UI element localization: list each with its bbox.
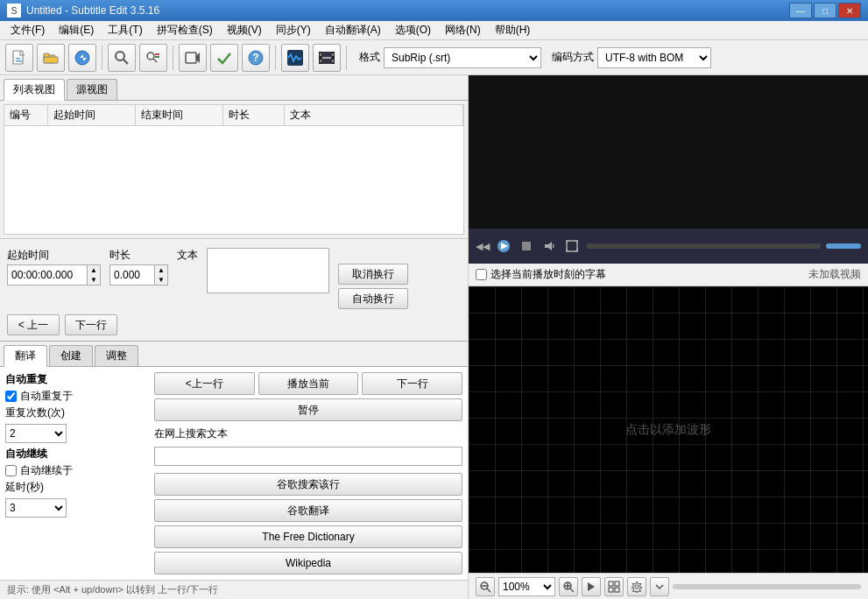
sep2 xyxy=(173,46,173,70)
svg-rect-2 xyxy=(16,60,22,62)
menubar-item-Y[interactable]: 同步(Y) xyxy=(269,21,318,39)
tab-translate[interactable]: 翻译 xyxy=(4,345,47,367)
encoding-select[interactable]: UTF-8 with BOM UTF-8 UTF-16 ANSI xyxy=(597,47,711,68)
start-time-input[interactable] xyxy=(8,265,87,285)
film-button[interactable] xyxy=(313,44,341,72)
prev-line-btn[interactable]: < 上一 xyxy=(7,314,60,335)
replace-button[interactable] xyxy=(139,44,167,72)
play-current-btn[interactable]: 播放当前 xyxy=(258,372,359,395)
encoding-label: 编码方式 xyxy=(552,50,594,65)
delay-select[interactable]: 3125 xyxy=(5,498,67,518)
download-button[interactable] xyxy=(68,44,96,72)
menubar-item-H[interactable]: 帮助(H) xyxy=(488,21,538,39)
open-button[interactable] xyxy=(37,44,65,72)
right-controls: <上一行 播放当前 下一行 暂停 在网上搜索文本 谷歌搜索该行 谷歌翻译 The… xyxy=(154,372,462,574)
next-line-btn[interactable]: 下一行 xyxy=(65,314,117,335)
auto-continue-checkbox[interactable] xyxy=(5,465,17,476)
repeat-count-dropdown: 2345 xyxy=(5,424,145,443)
duration-down[interactable]: ▼ xyxy=(155,275,167,285)
menubar-item-T[interactable]: 工具(T) xyxy=(101,21,149,39)
tab-create[interactable]: 创建 xyxy=(49,345,93,366)
video-top: ◀◀ xyxy=(469,75,868,264)
auto-newline-button[interactable]: 自动换行 xyxy=(338,288,408,309)
svg-line-35 xyxy=(570,588,574,592)
fullscreen-button[interactable] xyxy=(563,237,581,255)
check-button[interactable] xyxy=(210,44,238,72)
cancel-newline-button[interactable]: 取消换行 xyxy=(338,264,408,285)
duration-input[interactable] xyxy=(110,265,154,285)
main-area: 列表视图 源视图 编号 起始时间 结束时间 时长 文本 起始时间 xyxy=(0,75,868,599)
app-icon: S xyxy=(7,4,21,18)
help-button[interactable]: ? xyxy=(242,44,270,72)
no-video-label: 未加载视频 xyxy=(808,267,861,282)
waveform-button[interactable] xyxy=(281,44,309,72)
start-time-up[interactable]: ▲ xyxy=(88,265,100,275)
format-select[interactable]: SubRip (.srt) MicroDVD Advanced SubStati… xyxy=(384,47,541,68)
minimize-button[interactable]: — xyxy=(789,3,812,18)
svg-point-9 xyxy=(147,53,154,60)
menubar-item-O[interactable]: 选项(O) xyxy=(388,21,438,39)
auto-repeat-checkbox[interactable] xyxy=(5,391,17,402)
zoom-in-icon[interactable] xyxy=(559,577,578,596)
view-tabs: 列表视图 源视图 xyxy=(0,75,468,101)
svg-rect-13 xyxy=(186,53,196,63)
video-display[interactable] xyxy=(469,75,868,229)
repeat-count-select[interactable]: 2345 xyxy=(5,424,67,443)
search-button[interactable] xyxy=(108,44,136,72)
timeline-slider[interactable] xyxy=(673,584,861,589)
svg-marker-43 xyxy=(632,581,642,593)
edit-buttons: 取消换行 自动换行 xyxy=(338,264,408,309)
web-buttons: 谷歌搜索该行 谷歌翻译 The Free Dictionary Wikipedi… xyxy=(154,473,462,574)
tab-source-view[interactable]: 源视图 xyxy=(67,79,117,100)
sep4 xyxy=(346,46,347,70)
tab-adjust[interactable]: 调整 xyxy=(95,345,138,366)
start-time-down[interactable]: ▼ xyxy=(88,275,100,285)
zoom-select[interactable]: 50%75%100%125%150% xyxy=(498,577,555,596)
next-line-action-btn[interactable]: 下一行 xyxy=(362,372,462,395)
video-progress[interactable] xyxy=(586,243,821,249)
tab-list-view[interactable]: 列表视图 xyxy=(4,79,65,101)
video-preview[interactable]: 点击以添加波形 xyxy=(469,286,868,573)
free-dict-btn[interactable]: The Free Dictionary xyxy=(154,525,462,548)
pause-btn[interactable]: 暂停 xyxy=(154,398,462,421)
video-button[interactable] xyxy=(179,44,207,72)
stop-button[interactable] xyxy=(518,237,535,255)
start-time-label: 起始时间 xyxy=(7,248,101,263)
new-button[interactable] xyxy=(5,44,33,72)
sync-checkbox[interactable] xyxy=(476,269,487,280)
subtitle-header: 选择当前播放时刻的字幕 未加载视频 xyxy=(469,264,868,286)
wikipedia-btn[interactable]: Wikipedia xyxy=(154,552,462,574)
text-editor[interactable] xyxy=(207,248,329,293)
settings-icon[interactable] xyxy=(627,577,646,596)
play-button[interactable] xyxy=(495,237,512,255)
menubar-item-A[interactable]: 自动翻译(A) xyxy=(318,21,388,39)
subtitle-header-label: 选择当前播放时刻的字幕 xyxy=(490,267,606,282)
search-label: 在网上搜索文本 xyxy=(154,426,462,441)
maximize-button[interactable]: □ xyxy=(814,3,836,18)
svg-marker-29 xyxy=(545,242,552,250)
col-text: 文本 xyxy=(285,105,463,125)
google-translate-btn[interactable]: 谷歌翻译 xyxy=(154,499,462,522)
prev-line-action-btn[interactable]: <上一行 xyxy=(154,372,255,395)
menubar-item-V[interactable]: 视频(V) xyxy=(220,21,269,39)
play-icon[interactable] xyxy=(582,577,601,596)
svg-rect-21 xyxy=(320,53,321,56)
svg-rect-28 xyxy=(522,242,531,250)
svg-rect-41 xyxy=(609,588,613,592)
volume-button[interactable] xyxy=(540,237,558,255)
menubar-item-F[interactable]: 文件(F) xyxy=(4,21,52,39)
duration-up[interactable]: ▲ xyxy=(155,265,167,275)
start-time-group: 起始时间 ▲ ▼ xyxy=(7,248,101,285)
repeat-count-label: 重复次数(次) xyxy=(5,405,145,420)
menubar-item-E[interactable]: 编辑(E) xyxy=(52,21,101,39)
menubar-item-N[interactable]: 网络(N) xyxy=(438,21,488,39)
right-panel: ◀◀ 选择当前播放时 xyxy=(469,75,868,599)
menubar-item-S[interactable]: 拼写检查(S) xyxy=(150,21,220,39)
close-button[interactable]: ✕ xyxy=(838,3,861,18)
grid-icon[interactable] xyxy=(604,577,624,596)
volume-slider[interactable] xyxy=(826,243,861,249)
google-search-btn[interactable]: 谷歌搜索该行 xyxy=(154,473,462,496)
search-input[interactable] xyxy=(154,447,462,466)
arrow-icon[interactable] xyxy=(650,577,669,596)
zoom-out-icon[interactable] xyxy=(476,577,495,596)
